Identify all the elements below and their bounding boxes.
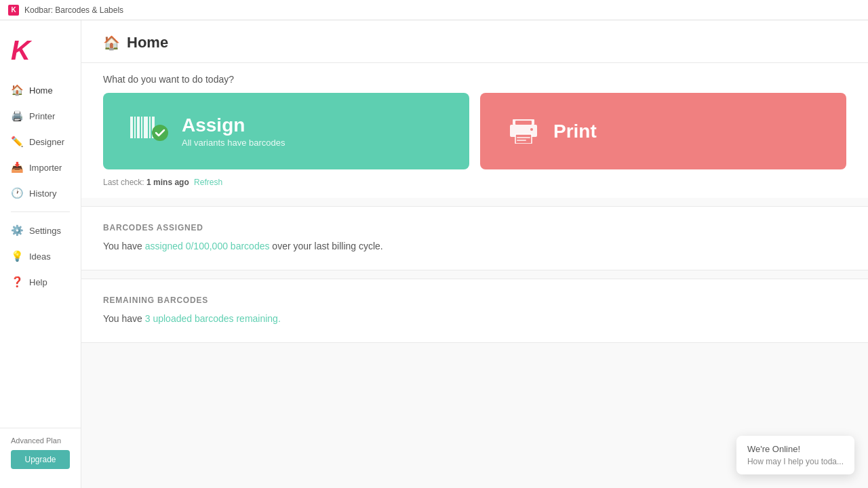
barcodes-assigned-after: over your last billing cycle. xyxy=(269,241,382,251)
page-title: Home xyxy=(127,34,168,52)
remaining-before: You have xyxy=(103,313,145,324)
sidebar-label-help: Help xyxy=(29,277,47,287)
sidebar-item-history[interactable]: 🕐 History xyxy=(0,180,81,206)
assign-card[interactable]: Assign All variants have barcodes xyxy=(103,93,469,169)
assign-card-subtitle: All variants have barcodes xyxy=(182,138,285,148)
printer-icon: 🖨️ xyxy=(11,110,24,122)
chat-widget[interactable]: We're Online! How may I help you toda... xyxy=(736,436,854,474)
importer-icon: 📥 xyxy=(11,161,24,174)
svg-rect-11 xyxy=(515,134,532,144)
sidebar-label-ideas: Ideas xyxy=(29,251,51,262)
remaining-barcodes-section: REMAINING BARCODES You have 3 uploaded b… xyxy=(81,279,868,343)
brand-logo: K xyxy=(11,37,29,64)
svg-rect-2 xyxy=(137,117,140,138)
designer-icon: ✏️ xyxy=(11,136,24,148)
sidebar-item-printer[interactable]: 🖨️ Printer xyxy=(0,103,81,129)
top-bar: K Kodbar: Barcodes & Labels xyxy=(0,0,868,20)
svg-rect-0 xyxy=(130,117,133,138)
sidebar-label-settings: Settings xyxy=(29,226,61,236)
barcodes-assigned-text: You have assigned 0/100,000 barcodes ove… xyxy=(103,239,846,253)
svg-rect-3 xyxy=(141,117,142,138)
last-check-bar: Last check: 1 mins ago Refresh xyxy=(81,169,868,198)
sidebar-label-designer: Designer xyxy=(29,137,64,147)
remaining-barcodes-text: You have 3 uploaded barcodes remaining. xyxy=(103,312,846,326)
app-logo-icon: K xyxy=(8,5,19,16)
refresh-link[interactable]: Refresh xyxy=(194,178,222,187)
action-cards: Assign All variants have barcodes xyxy=(81,93,868,169)
svg-rect-4 xyxy=(144,117,148,138)
sidebar-item-designer[interactable]: ✏️ Designer xyxy=(0,129,81,155)
barcodes-assigned-section: BARCODES ASSIGNED You have assigned 0/10… xyxy=(81,206,868,270)
home-icon: 🏠 xyxy=(11,84,24,96)
ideas-icon: 💡 xyxy=(11,250,24,262)
svg-rect-14 xyxy=(517,140,526,141)
barcode-assign-icon xyxy=(130,117,168,146)
svg-rect-10 xyxy=(515,121,532,125)
plan-label: Advanced Plan xyxy=(11,436,70,445)
upgrade-button[interactable]: Upgrade xyxy=(11,450,70,469)
svg-point-7 xyxy=(152,125,168,141)
sidebar-logo: K xyxy=(0,31,81,77)
svg-point-12 xyxy=(530,128,533,131)
remaining-link[interactable]: 3 uploaded barcodes remaining. xyxy=(145,313,281,324)
print-card-title: Print xyxy=(553,121,597,142)
print-card[interactable]: Print xyxy=(480,93,846,169)
sidebar-item-ideas[interactable]: 💡 Ideas xyxy=(0,243,81,269)
sidebar: K 🏠 Home 🖨️ Printer ✏️ Designer 📥 Import… xyxy=(0,20,81,488)
sidebar-nav: 🏠 Home 🖨️ Printer ✏️ Designer 📥 Importer… xyxy=(0,77,81,428)
sidebar-item-home[interactable]: 🏠 Home xyxy=(0,77,81,103)
remaining-barcodes-heading: REMAINING BARCODES xyxy=(103,296,846,305)
svg-rect-5 xyxy=(149,117,151,138)
barcodes-assigned-heading: BARCODES ASSIGNED xyxy=(103,223,846,232)
svg-rect-1 xyxy=(134,117,136,138)
last-check-prefix: Last check: xyxy=(103,178,144,187)
house-icon: 🏠 xyxy=(103,35,120,51)
sidebar-item-help[interactable]: ❓ Help xyxy=(0,269,81,295)
history-icon: 🕐 xyxy=(11,187,24,199)
sidebar-item-importer[interactable]: 📥 Importer xyxy=(0,155,81,180)
app-title: Kodbar: Barcodes & Labels xyxy=(24,5,123,15)
main-content: 🏠 Home What do you want to do today? xyxy=(81,20,868,488)
printer-card-icon xyxy=(507,117,540,146)
sidebar-label-importer: Importer xyxy=(29,163,62,173)
assign-card-title: Assign xyxy=(182,115,285,136)
assigned-link[interactable]: assigned 0/100,000 barcodes xyxy=(145,241,270,251)
sidebar-item-settings[interactable]: ⚙️ Settings xyxy=(0,218,81,243)
barcodes-assigned-before: You have xyxy=(103,241,145,251)
chat-status: We're Online! xyxy=(747,444,844,454)
page-header: 🏠 Home xyxy=(81,20,868,63)
last-check-time: 1 mins ago xyxy=(146,178,189,187)
help-icon: ❓ xyxy=(11,276,24,288)
sidebar-divider xyxy=(11,211,70,212)
settings-icon: ⚙️ xyxy=(11,224,24,237)
sidebar-label-printer: Printer xyxy=(29,111,55,121)
page-subtitle: What do you want to do today? xyxy=(81,63,868,93)
chat-message: How may I help you toda... xyxy=(747,457,844,466)
sidebar-bottom: Advanced Plan Upgrade xyxy=(0,428,81,477)
sidebar-label-home: Home xyxy=(29,85,53,96)
svg-rect-13 xyxy=(517,137,530,138)
sidebar-label-history: History xyxy=(29,188,56,199)
